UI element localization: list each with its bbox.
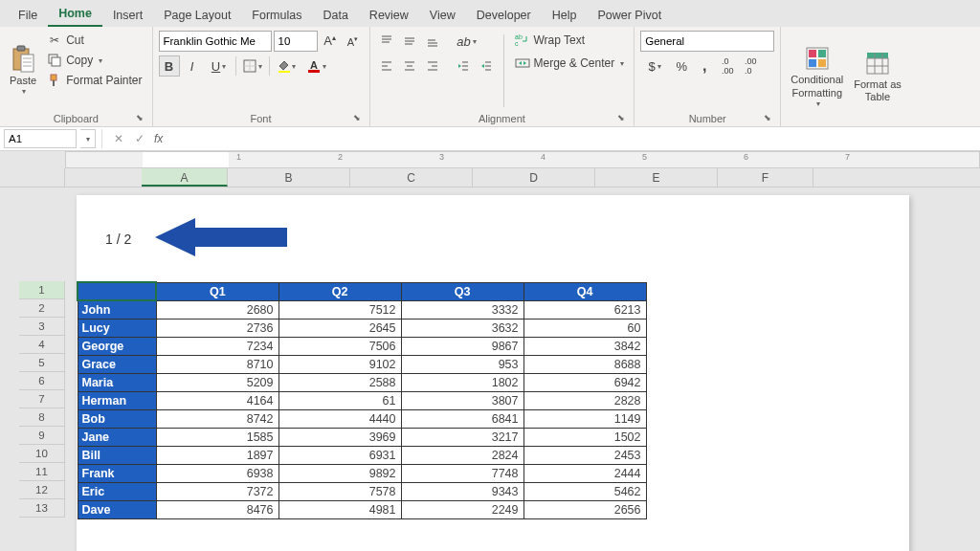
select-all-corner[interactable] xyxy=(0,168,65,187)
bold-button[interactable]: B xyxy=(159,55,180,77)
merge-center-button[interactable]: Merge & Center ▾ xyxy=(511,54,629,73)
table-row[interactable]: George7234750698673842 xyxy=(78,338,646,356)
increase-decimal-button[interactable]: .0.00 xyxy=(717,55,738,77)
cell[interactable]: 4164 xyxy=(156,392,278,410)
col-q1[interactable]: Q1 xyxy=(156,282,278,300)
tab-help[interactable]: Help xyxy=(542,4,588,27)
col-q2[interactable]: Q2 xyxy=(278,282,401,300)
cell[interactable]: 7512 xyxy=(278,300,401,320)
align-bottom-button[interactable] xyxy=(422,31,443,52)
cell[interactable]: 6213 xyxy=(523,300,646,320)
row-name[interactable]: Jane xyxy=(78,429,156,447)
cell[interactable]: 1802 xyxy=(401,374,523,392)
cell[interactable]: 8476 xyxy=(156,501,278,519)
font-size-select[interactable] xyxy=(274,31,318,52)
cell[interactable]: 2656 xyxy=(523,501,646,519)
row-name[interactable]: Bill xyxy=(78,447,156,465)
copy-button[interactable]: Copy ▾ xyxy=(43,51,145,70)
formula-input[interactable] xyxy=(167,129,980,148)
row-header-9[interactable]: 9 xyxy=(19,427,65,445)
col-header-f[interactable]: F xyxy=(718,168,813,187)
tab-power-pivot[interactable]: Power Pivot xyxy=(587,4,672,27)
cell[interactable]: 7506 xyxy=(278,338,401,356)
cell[interactable]: 6841 xyxy=(401,410,523,429)
tab-formulas[interactable]: Formulas xyxy=(241,4,312,27)
dialog-launcher-icon[interactable]: ⬊ xyxy=(133,111,146,124)
align-middle-button[interactable] xyxy=(399,31,420,52)
cell[interactable]: 9867 xyxy=(401,338,523,356)
cell[interactable]: 3632 xyxy=(401,320,523,338)
tab-home[interactable]: Home xyxy=(48,2,102,27)
align-center-button[interactable] xyxy=(399,55,420,77)
row-header-10[interactable]: 10 xyxy=(19,445,65,463)
underline-button[interactable]: U▾ xyxy=(205,55,234,77)
table-row[interactable]: Frank6938989277482444 xyxy=(78,465,646,483)
cell[interactable]: 2249 xyxy=(401,501,523,519)
arrow-shape[interactable] xyxy=(155,216,289,258)
cell[interactable]: 8710 xyxy=(156,356,278,374)
italic-button[interactable]: I xyxy=(182,55,203,77)
cell[interactable]: 2736 xyxy=(156,320,278,338)
cell[interactable]: 7234 xyxy=(156,338,278,356)
tab-insert[interactable]: Insert xyxy=(102,4,153,27)
col-q3[interactable]: Q3 xyxy=(401,282,523,300)
enter-formula-button[interactable]: ✓ xyxy=(129,129,150,148)
cell[interactable]: 8688 xyxy=(523,356,646,374)
cell[interactable]: 3842 xyxy=(523,338,646,356)
row-name[interactable]: Frank xyxy=(78,465,156,483)
wrap-text-button[interactable]: abc Wrap Text xyxy=(511,31,629,50)
tab-view[interactable]: View xyxy=(419,4,466,27)
cell[interactable]: 4981 xyxy=(278,501,401,519)
col-q4[interactable]: Q4 xyxy=(523,282,646,300)
row-header-5[interactable]: 5 xyxy=(19,354,65,372)
row-name[interactable]: Lucy xyxy=(78,320,156,338)
orientation-button[interactable]: ab▾ xyxy=(453,31,481,52)
tab-review[interactable]: Review xyxy=(359,4,419,27)
table-row[interactable]: John2680751233326213 xyxy=(78,300,646,320)
cell[interactable]: 5462 xyxy=(523,483,646,501)
tab-file[interactable]: File xyxy=(8,4,48,27)
cell[interactable]: 2828 xyxy=(523,392,646,410)
row-name[interactable]: Bob xyxy=(78,410,156,429)
cell[interactable]: 6931 xyxy=(278,447,401,465)
cell[interactable]: 8742 xyxy=(156,410,278,429)
borders-button[interactable]: ▾ xyxy=(238,55,267,77)
align-top-button[interactable] xyxy=(376,31,397,52)
cell[interactable]: 1897 xyxy=(156,447,278,465)
tab-developer[interactable]: Developer xyxy=(466,4,542,27)
row-header-3[interactable]: 3 xyxy=(19,318,65,336)
decrease-font-button[interactable]: A▾ xyxy=(343,31,364,52)
table-row[interactable]: Jane1585396932171502 xyxy=(78,429,646,447)
cell[interactable]: 1502 xyxy=(523,429,646,447)
table-row[interactable]: Lucy27362645363260 xyxy=(78,320,646,338)
cancel-formula-button[interactable]: ✕ xyxy=(108,129,129,148)
cell[interactable]: 1149 xyxy=(523,410,646,429)
fx-label[interactable]: fx xyxy=(154,132,163,145)
row-header-7[interactable]: 7 xyxy=(19,390,65,408)
row-name[interactable]: Dave xyxy=(78,501,156,519)
row-header-6[interactable]: 6 xyxy=(19,372,65,390)
cell[interactable]: 61 xyxy=(278,392,401,410)
dialog-launcher-icon[interactable]: ⬊ xyxy=(614,111,628,124)
col-header-e[interactable]: E xyxy=(595,168,718,187)
row-header-2[interactable]: 2 xyxy=(19,299,65,318)
number-format-select[interactable] xyxy=(640,31,774,52)
cell[interactable]: 9892 xyxy=(278,465,401,483)
table-row[interactable]: Bill1897693128242453 xyxy=(78,447,646,465)
table-row[interactable]: Bob8742444068411149 xyxy=(78,410,646,429)
percent-button[interactable]: % xyxy=(671,55,692,77)
dialog-launcher-icon[interactable]: ⬊ xyxy=(350,111,364,124)
name-box-dropdown[interactable]: ▾ xyxy=(80,129,96,148)
cell[interactable]: 7578 xyxy=(278,483,401,501)
row-header-8[interactable]: 8 xyxy=(19,408,65,427)
dialog-launcher-icon[interactable]: ⬊ xyxy=(761,111,774,124)
fill-color-button[interactable]: ▾ xyxy=(272,55,301,77)
cell[interactable]: 5209 xyxy=(156,374,278,392)
cell[interactable]: 2588 xyxy=(278,374,401,392)
increase-indent-button[interactable] xyxy=(476,55,497,77)
decrease-indent-button[interactable] xyxy=(453,55,474,77)
align-right-button[interactable] xyxy=(422,55,443,77)
col-header-c[interactable]: C xyxy=(350,168,473,187)
table-row[interactable]: Dave8476498122492656 xyxy=(78,501,646,519)
currency-button[interactable]: $▾ xyxy=(640,55,669,77)
